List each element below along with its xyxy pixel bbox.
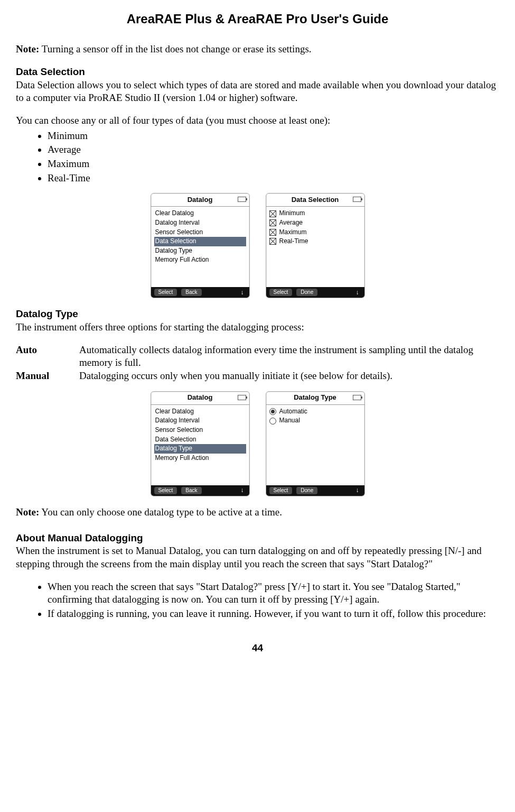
checkbox-icon bbox=[269, 238, 276, 245]
def-text-manual: Datalogging occurs only when you manuall… bbox=[79, 370, 499, 383]
manual-datalog-bullets: When you reach the screen that says "Sta… bbox=[32, 580, 499, 621]
checkbox-row[interactable]: Minimum bbox=[269, 209, 361, 218]
checkbox-icon bbox=[269, 229, 276, 236]
checkbox-label: Maximum bbox=[279, 228, 307, 237]
battery-icon bbox=[238, 395, 246, 400]
menu-item-selected[interactable]: Datalog Type bbox=[154, 444, 246, 454]
battery-icon bbox=[238, 197, 246, 202]
list-item: When you reach the screen that says "Sta… bbox=[48, 580, 499, 606]
device-header: Data Selection bbox=[266, 193, 364, 207]
soft-button-select[interactable]: Select bbox=[154, 289, 177, 296]
checkbox-label: Average bbox=[279, 219, 303, 227]
menu-item[interactable]: Data Selection bbox=[154, 435, 246, 445]
device-footer: Select Back ↓ bbox=[151, 287, 249, 298]
menu-item[interactable]: Datalog Interval bbox=[154, 218, 246, 228]
menu-item-selected[interactable]: Data Selection bbox=[154, 237, 246, 246]
device-title: Datalog bbox=[188, 393, 213, 402]
battery-icon bbox=[353, 395, 361, 400]
menu-item[interactable]: Memory Full Action bbox=[154, 454, 246, 463]
list-item: If datalogging is running, you can leave… bbox=[48, 607, 499, 621]
note-sensor-off: Note: Turning a sensor off in the list d… bbox=[16, 43, 499, 56]
battery-icon bbox=[353, 197, 361, 202]
note-text: You can only choose one datalog type to … bbox=[39, 506, 282, 518]
checkbox-row[interactable]: Real-Time bbox=[269, 237, 361, 246]
soft-button-back[interactable]: Back bbox=[181, 487, 201, 494]
soft-button-done[interactable]: Done bbox=[296, 487, 317, 494]
menu-item[interactable]: Memory Full Action bbox=[154, 255, 246, 265]
radio-label: Automatic bbox=[279, 408, 307, 416]
soft-button-select[interactable]: Select bbox=[154, 487, 177, 494]
screenshot-pair-data-selection: Datalog Clear Datalog Datalog Interval S… bbox=[16, 193, 499, 298]
page-number: 44 bbox=[16, 642, 499, 655]
soft-button-select[interactable]: Select bbox=[269, 487, 293, 494]
soft-button-select[interactable]: Select bbox=[269, 289, 293, 296]
arrow-down-icon[interactable]: ↓ bbox=[241, 289, 246, 297]
def-term-auto: Auto bbox=[16, 344, 79, 370]
device-body: Clear Datalog Datalog Interval Sensor Se… bbox=[151, 207, 249, 287]
note-label: Note: bbox=[16, 506, 39, 518]
checkbox-row[interactable]: Average bbox=[269, 218, 361, 228]
device-footer: Select Done ↓ bbox=[266, 287, 364, 298]
note-one-datalog-type: Note: You can only choose one datalog ty… bbox=[16, 506, 499, 519]
radio-row[interactable]: Automatic bbox=[269, 407, 361, 417]
radio-label: Manual bbox=[279, 417, 300, 425]
def-term-manual: Manual bbox=[16, 370, 79, 383]
device-header: Datalog bbox=[151, 193, 249, 207]
device-title: Data Selection bbox=[292, 196, 339, 205]
checkbox-label: Minimum bbox=[279, 209, 305, 218]
menu-item[interactable]: Clear Datalog bbox=[154, 407, 246, 417]
device-body: Automatic Manual bbox=[266, 405, 364, 485]
page-title: AreaRAE Plus & AreaRAE Pro User's Guide bbox=[16, 11, 499, 27]
device-title: Datalog Type bbox=[294, 393, 336, 402]
list-item: Real-Time bbox=[48, 172, 499, 185]
device-screen-datalog-type: Datalog Type Automatic Manual Select Don… bbox=[266, 391, 365, 496]
list-item: Maximum bbox=[48, 158, 499, 171]
heading-data-selection: Data Selection bbox=[16, 66, 499, 79]
checkbox-icon bbox=[269, 210, 276, 217]
data-selection-p2: You can choose any or all of four types … bbox=[16, 114, 499, 127]
device-header: Datalog Type bbox=[266, 392, 364, 405]
menu-item[interactable]: Sensor Selection bbox=[154, 228, 246, 237]
screenshot-pair-datalog-type: Datalog Clear Datalog Datalog Interval S… bbox=[16, 391, 499, 496]
heading-manual-datalogging: About Manual Datalogging bbox=[16, 532, 499, 545]
manual-datalog-p1: When the instrument is set to Manual Dat… bbox=[16, 545, 499, 570]
checkbox-label: Real-Time bbox=[279, 237, 308, 246]
device-title: Datalog bbox=[188, 196, 213, 205]
device-body: Minimum Average Maximum Real-Time bbox=[266, 207, 364, 287]
device-footer: Select Back ↓ bbox=[151, 485, 249, 496]
radio-row[interactable]: Manual bbox=[269, 416, 361, 426]
radio-icon bbox=[269, 408, 276, 415]
menu-item[interactable]: Datalog Interval bbox=[154, 416, 246, 426]
note-text: Turning a sensor off in the list does no… bbox=[39, 43, 311, 54]
radio-icon bbox=[269, 418, 276, 425]
device-screen-data-selection: Data Selection Minimum Average Maximum R… bbox=[266, 193, 365, 298]
menu-item[interactable]: Clear Datalog bbox=[154, 209, 246, 218]
def-text-auto: Automatically collects datalog informati… bbox=[79, 344, 499, 370]
device-footer: Select Done ↓ bbox=[266, 485, 364, 496]
menu-item[interactable]: Datalog Type bbox=[154, 246, 246, 256]
datalog-type-definitions: Auto Automatically collects datalog info… bbox=[16, 344, 499, 383]
soft-button-back[interactable]: Back bbox=[181, 289, 201, 296]
data-selection-bullets: Minimum Average Maximum Real-Time bbox=[32, 130, 499, 185]
arrow-down-icon[interactable]: ↓ bbox=[356, 486, 361, 495]
checkbox-icon bbox=[269, 219, 276, 226]
heading-datalog-type: Datalog Type bbox=[16, 308, 499, 321]
device-screen-datalog-1: Datalog Clear Datalog Datalog Interval S… bbox=[151, 193, 250, 298]
device-body: Clear Datalog Datalog Interval Sensor Se… bbox=[151, 405, 249, 485]
note-label: Note: bbox=[16, 43, 39, 54]
list-item: Average bbox=[48, 143, 499, 156]
arrow-down-icon[interactable]: ↓ bbox=[356, 289, 361, 297]
menu-item[interactable]: Sensor Selection bbox=[154, 426, 246, 435]
soft-button-done[interactable]: Done bbox=[296, 289, 317, 296]
datalog-type-intro: The instrument offers three options for … bbox=[16, 321, 499, 334]
checkbox-row[interactable]: Maximum bbox=[269, 228, 361, 237]
device-screen-datalog-2: Datalog Clear Datalog Datalog Interval S… bbox=[151, 391, 250, 496]
list-item: Minimum bbox=[48, 130, 499, 143]
device-header: Datalog bbox=[151, 392, 249, 405]
arrow-down-icon[interactable]: ↓ bbox=[241, 486, 246, 495]
data-selection-p1: Data Selection allows you to select whic… bbox=[16, 79, 499, 105]
